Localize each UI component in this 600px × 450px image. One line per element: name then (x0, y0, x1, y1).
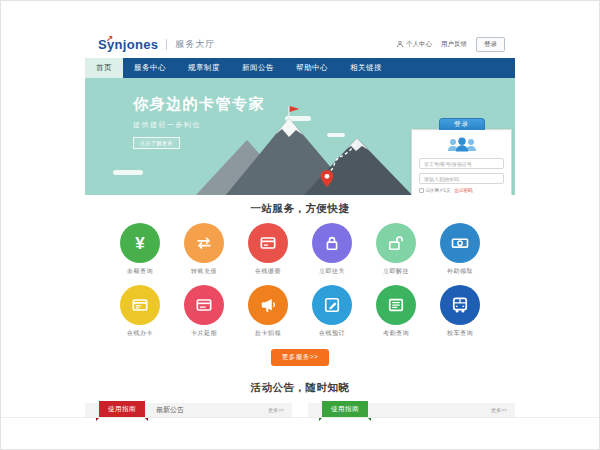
hero-copy: 你身边的卡管专家 提供捷径一步到位 点击了解更多 (133, 95, 265, 149)
header-divider (166, 39, 167, 50)
banknote-icon (450, 233, 470, 253)
users-group-icon (419, 137, 504, 152)
edit-icon (322, 295, 342, 315)
service-card-renew[interactable]: 卡片延期 (172, 285, 236, 338)
nav-item-links[interactable]: 相关链接 (339, 58, 393, 78)
more-services-button[interactable]: 更多服务>> (271, 349, 330, 366)
bank-card-icon (258, 233, 278, 253)
service-subsidy[interactable]: 补助领取 (428, 223, 492, 276)
hero-title: 你身边的卡管专家 (133, 95, 265, 114)
bus-icon (450, 295, 470, 315)
service-lost-found[interactable]: 拾卡招领 (236, 285, 300, 338)
service-online-booking[interactable]: 在线预订 (300, 285, 364, 338)
nav-item-home[interactable]: 首页 (85, 58, 123, 78)
left-more-link[interactable]: 更多>> (268, 407, 284, 413)
hero-banner: 你身边的卡管专家 提供捷径一步到位 点击了解更多 登录 (85, 78, 515, 195)
service-apply-card[interactable]: 在线办卡 (108, 285, 172, 338)
service-report-loss[interactable]: 立即挂失 (300, 223, 364, 276)
feedback-link[interactable]: 用户反馈 (441, 40, 467, 49)
login-tab[interactable]: 登录 (439, 118, 485, 130)
attendance-list-icon (386, 295, 406, 315)
unlock-icon (386, 233, 406, 253)
service-attendance[interactable]: 考勤查询 (364, 285, 428, 338)
transfer-icon (194, 233, 214, 253)
main-nav: 首页 服务中心 规章制度 新闻公告 帮助中心 相关链接 (85, 58, 515, 78)
hero-subtitle: 提供捷径一步到位 (133, 120, 265, 130)
service-unfreeze[interactable]: 立即解挂 (364, 223, 428, 276)
header-links: 个人中心 用户反馈 登录 (396, 37, 505, 52)
username-input[interactable] (419, 158, 504, 169)
nav-item-help[interactable]: 帮助中心 (285, 58, 339, 78)
password-input[interactable] (419, 173, 504, 184)
nav-item-service-center[interactable]: 服务中心 (123, 58, 177, 78)
card-renew-icon (194, 295, 214, 315)
hero-more-button[interactable]: 点击了解更多 (133, 137, 180, 149)
service-balance[interactable]: ¥ 余额查询 (108, 223, 172, 276)
right-announcement-bar: 使用指南 更多>> (308, 403, 515, 418)
cloud (113, 170, 143, 175)
right-more-link[interactable]: 更多>> (491, 407, 507, 413)
login-panel: 登录 记住用户1天 忘记密码 cy (411, 118, 512, 195)
personal-center-link[interactable]: 个人中心 (396, 40, 432, 49)
service-school-bus[interactable]: 校车查询 (428, 285, 492, 338)
page-container: Synjones ↗ 服务大厅 个人中心 用户反馈 登录 首页 服务中心 规章制… (85, 30, 515, 418)
header-login-button[interactable]: 登录 (476, 37, 505, 52)
services-section: 一站服务，方便快捷 ¥ 余额查询 转账充值 在线缴费 (85, 195, 515, 366)
left-announcement-bar: 使用指南 最新公告 更多>> (85, 403, 292, 418)
card-apply-icon (130, 295, 150, 315)
tab-usage-guide-right[interactable]: 使用指南 (322, 401, 368, 418)
remember-row: 记住用户1天 忘记密码 (419, 188, 504, 193)
tab-latest-news[interactable]: 最新公告 (156, 405, 184, 415)
service-payment[interactable]: 在线缴费 (236, 223, 300, 276)
top-header: Synjones ↗ 服务大厅 个人中心 用户反馈 登录 (85, 30, 515, 58)
megaphone-icon (258, 295, 278, 315)
logo-arrow-icon: ↗ (106, 34, 114, 44)
remember-checkbox[interactable] (419, 188, 424, 193)
service-transfer[interactable]: 转账充值 (172, 223, 236, 276)
remember-label: 记住用户1天 (426, 188, 451, 193)
logo[interactable]: Synjones ↗ (98, 37, 158, 52)
announcements-title: 活动公告，随时知晓 (85, 381, 515, 395)
announcement-bars: 使用指南 最新公告 更多>> 使用指南 更多>> (85, 403, 515, 418)
tab-usage-guide-left[interactable]: 使用指南 (99, 401, 145, 418)
login-form: 记住用户1天 忘记密码 cyjp 换一换 登录 (411, 129, 512, 195)
nav-item-rules[interactable]: 规章制度 (177, 58, 231, 78)
site-name: 服务大厅 (175, 38, 215, 51)
page-bottom-edge (0, 417, 600, 418)
yen-icon: ¥ (135, 235, 144, 252)
services-grid: ¥ 余额查询 转账充值 在线缴费 立即挂失 (108, 223, 492, 338)
person-icon (396, 40, 404, 48)
nav-item-news[interactable]: 新闻公告 (231, 58, 285, 78)
forgot-password-link[interactable]: 忘记密码 (455, 188, 473, 193)
services-title: 一站服务，方便快捷 (85, 202, 515, 216)
lock-icon (322, 233, 342, 253)
